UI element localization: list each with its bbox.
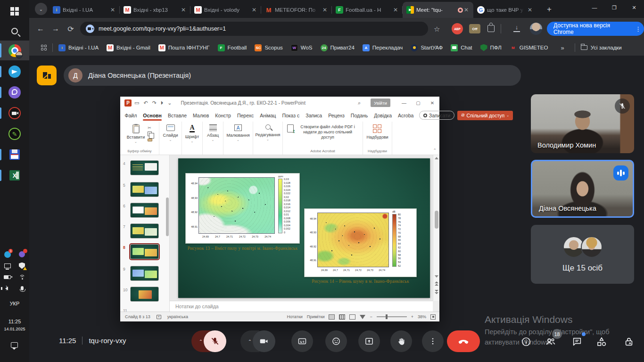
ppt-share-button[interactable]: ⧉Спільний доступ ⌄	[457, 111, 513, 120]
address-bar[interactable]: meet.google.com/tqu-rory-vxy?pli=1&authu…	[80, 22, 428, 36]
ppt-tab-file[interactable]: Файл	[122, 113, 140, 118]
tray-viber-icon[interactable]	[18, 251, 25, 258]
bookmark-ifntung-mail[interactable]: MПошта ІФНТУНГ	[158, 44, 210, 51]
tab-inbox-xbp[interactable]: MВхідні - xbp13✕	[120, 2, 190, 18]
slide-thumbnail-9[interactable]	[130, 266, 159, 281]
camera-icon[interactable]	[253, 330, 275, 352]
tray-telegram-icon[interactable]: 3	[4, 251, 11, 258]
ppt-minimize-button[interactable]: —	[397, 97, 411, 109]
taskbar-telegram-button[interactable]	[0, 62, 29, 81]
adobe-pdf-button[interactable]: Створити файл Adobe PDF інадати до нього…	[287, 124, 358, 140]
tab-inbox-iua[interactable]: iВхідні - I.UA✕	[49, 2, 120, 18]
notes-toggle[interactable]: Нотатки	[287, 314, 302, 319]
bookmark-iua[interactable]: iВхідні - I.UA	[58, 44, 99, 51]
host-controls-button[interactable]	[620, 333, 637, 350]
ppt-tab-review[interactable]: Реценз	[325, 113, 348, 118]
minimize-button[interactable]: —	[585, 0, 604, 15]
zoom-slider[interactable]	[377, 316, 407, 317]
fit-slide-icon[interactable]	[430, 314, 436, 320]
camera-button[interactable]: ⌃	[240, 330, 275, 352]
taskbar-save-app-button[interactable]	[0, 145, 29, 164]
bookmark-gismeteo[interactable]: MGISMETEO	[510, 44, 548, 51]
off-extension-icon[interactable]: Off	[469, 24, 480, 33]
slide-thumbnail-7[interactable]	[130, 223, 159, 239]
ppt-tab-draw[interactable]: Малюв	[190, 113, 212, 118]
downloads-icon[interactable]: ↓	[513, 25, 520, 32]
bookmark-startuaf[interactable]: StartУАФ	[411, 44, 443, 51]
zoom-level[interactable]: 38%	[418, 314, 426, 319]
notification-center-icon[interactable]	[11, 342, 18, 348]
taskbar-chrome-button[interactable]	[0, 41, 29, 60]
copy-icon[interactable]	[148, 132, 152, 136]
participants-button[interactable]: 18	[542, 333, 559, 350]
ppt-signin-button[interactable]: Увійти	[371, 99, 390, 107]
captions-button[interactable]	[291, 330, 313, 352]
tray-display-icon[interactable]	[4, 262, 11, 269]
slide-thumbnail-8-selected[interactable]	[130, 244, 159, 259]
font-button[interactable]: АШрифт⌄	[185, 124, 199, 143]
taskbar-excel-button[interactable]: X	[0, 166, 29, 185]
bookmark-football[interactable]: FFootball	[218, 44, 247, 51]
bookmark-star-icon[interactable]: ☆	[434, 25, 440, 33]
close-window-button[interactable]: ✕	[624, 0, 644, 15]
undo-icon[interactable]: ↶	[143, 100, 148, 106]
ppt-search-icon[interactable]: ⌕	[358, 100, 361, 106]
bookmark-translate[interactable]: AПерекладач	[363, 44, 403, 51]
back-button[interactable]: ←	[33, 25, 48, 33]
slide-panel-scrollbar[interactable]	[166, 197, 169, 236]
meet-corner-badge[interactable]	[37, 66, 57, 85]
close-tab-icon[interactable]: ✕	[109, 7, 116, 13]
slides-button[interactable]: Слайди⌄	[163, 124, 178, 142]
taskbar-recorder-button[interactable]	[0, 104, 29, 123]
browser-menu-icon[interactable]: ⋮	[635, 25, 641, 33]
notes-pane[interactable]: Нотатки до слайда	[170, 301, 433, 312]
format-painter-icon[interactable]	[148, 139, 152, 141]
editing-button[interactable]: Редагування⌄	[256, 124, 281, 141]
tab-meteofor[interactable]: MMETEOFOR: По✕	[261, 2, 332, 18]
new-tab-button[interactable]: +	[543, 3, 555, 16]
close-tab-icon[interactable]: ✕	[463, 7, 470, 13]
bookmark-wos[interactable]: WWoS	[291, 44, 313, 51]
ppt-tab-home[interactable]: Основн	[140, 113, 165, 118]
tab-football[interactable]: FFootball.ua - Н✕	[332, 2, 403, 18]
meeting-details-button[interactable]	[518, 333, 535, 350]
status-language[interactable]: українська	[167, 314, 188, 319]
ppt-tab-animations[interactable]: Анімац	[257, 113, 279, 118]
paste-button[interactable]: Вставити⌄	[127, 124, 145, 144]
slide-thumbnail-4[interactable]	[130, 160, 159, 175]
scroll-up-icon[interactable]	[435, 157, 438, 159]
slide-sorter-icon[interactable]	[339, 314, 345, 320]
ppt-tab-insert[interactable]: Вставле	[165, 113, 190, 118]
cut-icon[interactable]: ✂	[148, 125, 152, 130]
all-bookmarks-button[interactable]: Усі закладки	[581, 45, 622, 50]
drawing-button[interactable]: АМалювання⌄	[226, 124, 249, 142]
bookmark-scopus[interactable]: SCScopus	[255, 44, 282, 51]
close-tab-icon[interactable]: ✕	[251, 7, 257, 13]
paragraph-button[interactable]: Абзац⌄	[207, 124, 219, 142]
tray-volume-icon[interactable]	[4, 285, 11, 292]
slideshow-view-icon[interactable]	[360, 315, 365, 319]
ppt-record-button[interactable]: Записати	[419, 111, 454, 120]
tab-meet-active[interactable]: Meet: "tqu-✕	[403, 2, 473, 18]
taskbar-editor-button[interactable]: ✎	[0, 124, 29, 143]
ppt-tab-design[interactable]: Констр	[212, 113, 234, 118]
bookmark-chat[interactable]: Chat	[451, 44, 472, 51]
raise-hand-button[interactable]	[390, 330, 412, 352]
zoom-in-button[interactable]: +	[411, 314, 413, 319]
close-tab-icon[interactable]: ✕	[322, 7, 328, 13]
present-screen-button[interactable]	[358, 330, 380, 352]
taskbar-search-button[interactable]	[0, 22, 29, 41]
participant-tile-diana-speaking[interactable]: Діана Овсянецька	[531, 160, 634, 218]
tray-battery-icon[interactable]	[4, 273, 11, 280]
taskbar-date[interactable]: 14.01.2025	[0, 327, 29, 331]
tray-defender-icon[interactable]	[18, 262, 25, 269]
extensions-puzzle-icon[interactable]	[487, 25, 495, 32]
close-tab-icon[interactable]: ✕	[527, 7, 533, 13]
zoom-out-button[interactable]: −	[370, 314, 372, 319]
chrome-update-button[interactable]: Доступна нова версія Chrome⋮	[547, 22, 644, 36]
previous-slide-button[interactable]	[435, 281, 438, 285]
slideshow-icon[interactable]: ⏵	[161, 100, 164, 106]
more-participants-tile[interactable]: Ще 15 осіб	[531, 225, 634, 284]
end-call-button[interactable]	[447, 330, 480, 352]
maximize-button[interactable]: ❐	[604, 0, 624, 15]
